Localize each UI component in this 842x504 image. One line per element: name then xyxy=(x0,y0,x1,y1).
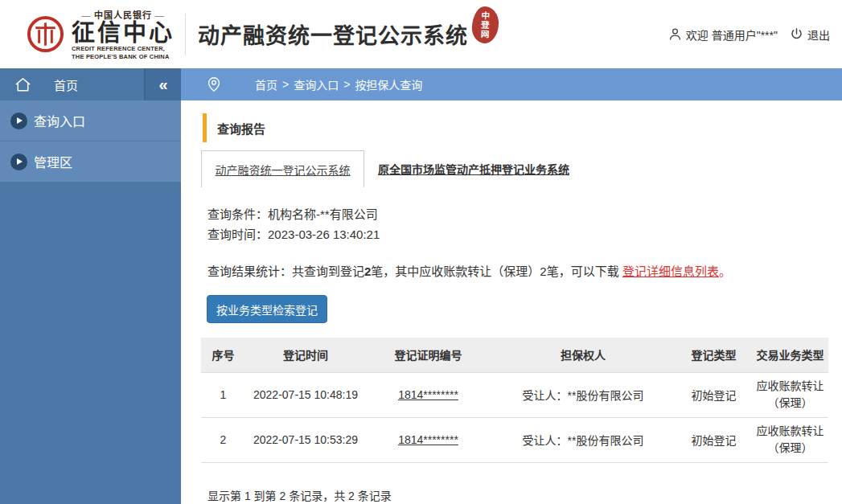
app-header: — 中国人民银行 — 征信中心 CREDIT REFERENCE CENTER,… xyxy=(0,0,842,68)
query-condition-value: 机构名称-**有限公司 xyxy=(268,207,378,221)
location-pin-icon xyxy=(205,76,223,93)
tab-label: 动产融资统一登记公示系统 xyxy=(216,162,351,178)
table-row: 1 2022-07-15 10:48:19 1814******** 受让人：*… xyxy=(201,372,828,417)
query-info: 查询条件：机构名称-**有限公司 查询时间：2023-03-26 13:40:2… xyxy=(207,204,842,244)
result-statistics-line: 查询结果统计：共查询到登记2笔，其中应收账款转让（保理）2笔，可以下载 登记详细… xyxy=(207,262,842,279)
user-area: 欢迎 普通用户"***" 退出 xyxy=(667,27,830,43)
pagination-summary: 显示第 1 到第 2 条记录，共 2 条记录 xyxy=(207,487,842,503)
table-header-row: 序号 登记时间 登记证明编号 担保权人 登记类型 交易业务类型 xyxy=(201,338,828,372)
breadcrumb-query-entry[interactable]: 查询入口 xyxy=(294,76,339,92)
cell-index: 2 xyxy=(201,417,245,462)
query-condition-line: 查询条件：机构名称-**有限公司 xyxy=(207,204,842,224)
query-time-line: 查询时间：2023-03-26 13:40:21 xyxy=(207,224,842,244)
tab-former-market-supervision-system[interactable]: 原全国市场监管动产抵押登记业务系统 xyxy=(378,150,569,187)
logo-english-caption: CREDIT REFERENCE CENTER, THE PEOPLE'S BA… xyxy=(72,45,175,61)
sidebar: 首页 « 查询入口 管理区 xyxy=(0,68,181,504)
play-circle-icon xyxy=(10,113,27,129)
logout-label: 退出 xyxy=(807,27,830,43)
cell-registration-time: 2022-07-15 10:48:19 xyxy=(245,372,366,417)
header-divider xyxy=(185,14,186,55)
cell-secured-party: 受让人：**股份有限公司 xyxy=(491,372,676,417)
tab-unified-registration-system[interactable]: 动产融资统一登记公示系统 xyxy=(201,150,364,187)
sidebar-home-label: 首页 xyxy=(54,76,78,93)
col-header-registration-type: 登记类型 xyxy=(676,338,752,372)
col-header-secured-party: 担保权人 xyxy=(491,338,676,372)
power-icon xyxy=(789,27,804,42)
cell-secured-party: 受让人：**股份有限公司 xyxy=(491,417,676,462)
badge-text: 中登网 xyxy=(479,10,491,39)
credit-center-logo: — 中国人民银行 — 征信中心 CREDIT REFERENCE CENTER,… xyxy=(27,8,175,61)
orange-accent-bar xyxy=(203,113,207,142)
stats-prefix: 查询结果统计：共查询到登记 xyxy=(207,264,364,278)
sidebar-item-label: 查询入口 xyxy=(34,111,85,130)
breadcrumb-current-page: 按担保人查询 xyxy=(355,76,422,92)
credit-center-name: 征信中心 xyxy=(72,21,175,45)
sidebar-item-query-entry[interactable]: 查询入口 xyxy=(0,100,181,141)
breadcrumb-home[interactable]: 首页 xyxy=(255,76,277,92)
main-panel: 查询报告 动产融资统一登记公示系统 原全国市场监管动产抵押登记业务系统 查询条件… xyxy=(181,100,842,504)
table-row: 2 2022-07-15 10:53:29 1814******** 受让人：*… xyxy=(201,417,828,462)
play-circle-icon xyxy=(10,154,27,170)
stats-suffix: 。 xyxy=(719,264,731,278)
zhongdengwang-seal-badge: 中登网 xyxy=(471,6,499,43)
cell-registration-time: 2022-07-15 10:53:29 xyxy=(245,417,366,462)
filter-by-business-type-button[interactable]: 按业务类型检索登记 xyxy=(207,295,327,323)
pboc-seal-icon xyxy=(27,15,64,53)
registration-results-table: 序号 登记时间 登记证明编号 担保权人 登记类型 交易业务类型 1 2022-0… xyxy=(201,338,828,463)
query-condition-label: 查询条件： xyxy=(207,207,268,221)
col-header-certificate-number: 登记证明编号 xyxy=(366,338,491,372)
tab-label: 原全国市场监管动产抵押登记业务系统 xyxy=(378,161,569,177)
section-title: 查询报告 xyxy=(217,120,265,137)
sidebar-home-row[interactable]: 首页 « xyxy=(0,68,181,100)
registration-detail-list-link[interactable]: 登记详细信息列表 xyxy=(622,264,719,278)
col-header-business-type: 交易业务类型 xyxy=(752,338,828,372)
query-time-value: 2023-03-26 13:40:21 xyxy=(268,227,380,241)
user-icon xyxy=(667,27,683,42)
certificate-number-link[interactable]: 1814******** xyxy=(398,433,458,446)
home-icon xyxy=(14,76,32,94)
sidebar-filler xyxy=(0,182,181,504)
bank-name-line: — 中国人民银行 — xyxy=(72,8,175,21)
cell-business-type: 应收账款转让 （保理） xyxy=(752,417,828,462)
section-header: 查询报告 xyxy=(203,113,842,142)
sidebar-item-admin-area[interactable]: 管理区 xyxy=(0,141,181,182)
breadcrumb: 首页 > 查询入口 > 按担保人查询 xyxy=(181,68,842,100)
stats-middle: 笔，其中应收账款转让（保理）2笔，可以下载 xyxy=(371,264,622,278)
system-tabs: 动产融资统一登记公示系统 原全国市场监管动产抵押登记业务系统 xyxy=(201,150,842,187)
cell-business-type: 应收账款转让 （保理） xyxy=(752,372,828,417)
col-header-index: 序号 xyxy=(201,338,245,372)
query-time-label: 查询时间： xyxy=(207,227,268,241)
welcome-text: 欢迎 普通用户"***" xyxy=(686,27,778,43)
certificate-number-link[interactable]: 1814******** xyxy=(398,388,458,401)
cell-registration-type: 初始登记 xyxy=(676,417,752,462)
breadcrumb-separator: > xyxy=(343,78,350,91)
logout-button[interactable]: 退出 xyxy=(789,27,830,43)
col-header-registration-time: 登记时间 xyxy=(245,338,366,372)
system-title: 动产融资统一登记公示系统 xyxy=(198,18,468,50)
sidebar-item-label: 管理区 xyxy=(34,152,72,171)
breadcrumb-separator: > xyxy=(282,78,289,91)
cell-index: 1 xyxy=(201,372,245,417)
cell-registration-type: 初始登记 xyxy=(676,372,752,417)
sidebar-collapse-button[interactable]: « xyxy=(144,68,181,100)
